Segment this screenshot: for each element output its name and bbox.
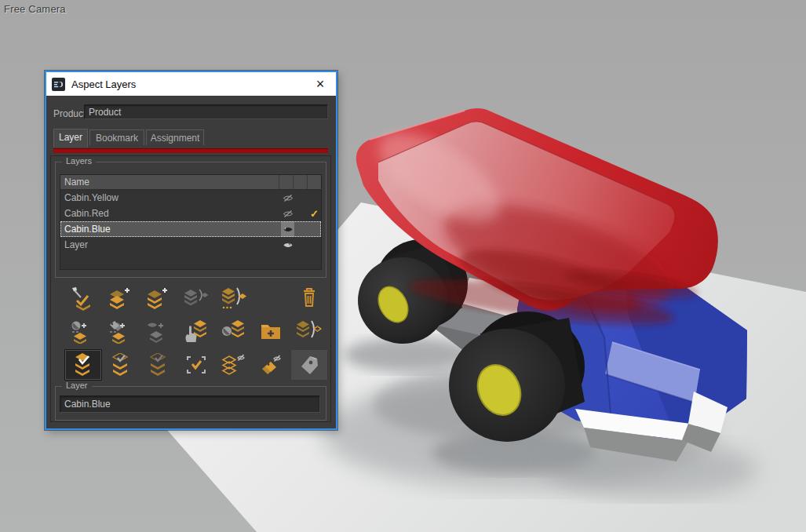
delete-layer-button[interactable] — [290, 283, 328, 315]
add-group-button[interactable] — [253, 316, 290, 348]
hide-unchecked-button[interactable] — [215, 349, 253, 381]
assign-selection-icon — [184, 320, 209, 344]
tab-layer[interactable]: Layer — [53, 129, 88, 148]
show-tags-button[interactable] — [290, 349, 328, 381]
close-icon[interactable]: × — [310, 77, 330, 91]
assign-material-to-layer-button[interactable] — [215, 316, 253, 348]
move-to-layer-disabled-button — [177, 283, 215, 315]
layers-toolbar — [64, 283, 328, 382]
layer-check-cell[interactable] — [308, 221, 321, 237]
tab-bookmark[interactable]: Bookmark — [89, 129, 144, 145]
aspect-layers-dialog: Aspect Layers × Product: Layer Bookmark … — [45, 71, 337, 430]
pick-layer-icon — [71, 287, 96, 311]
layer-groupbox: Layer — [55, 386, 326, 421]
layer-check-cell[interactable] — [308, 190, 321, 206]
visibility-toggle[interactable] — [281, 206, 294, 221]
layer-row-cabin-blue[interactable]: Cabin.Blue — [60, 221, 321, 237]
visibility-toggle[interactable] — [281, 190, 294, 206]
layer-check-cell[interactable]: ✓ — [308, 206, 321, 221]
eye-on-icon — [283, 225, 294, 234]
add-child-layer-button[interactable] — [140, 283, 177, 315]
product-input[interactable] — [84, 104, 328, 119]
move-to-new-layer-icon — [221, 287, 246, 311]
visibility-toggle[interactable] — [281, 221, 294, 237]
toolbar-spacer — [253, 283, 290, 315]
eye-off-icon — [283, 210, 294, 218]
tab-assignment[interactable]: Assignment — [146, 129, 204, 145]
visibility-column-header[interactable] — [279, 175, 294, 189]
camera-label: Free Camera — [4, 3, 66, 15]
add-material-layer-button[interactable] — [64, 316, 102, 348]
extract-to-new-layer-button[interactable] — [290, 316, 328, 348]
move-to-layer-disabled-icon — [184, 287, 209, 311]
toggle-checked-button[interactable] — [64, 349, 102, 381]
layers-group-label: Layers — [62, 156, 96, 166]
table-header[interactable]: Name — [60, 175, 321, 190]
add-visibility-layer-disabled-button — [140, 316, 177, 348]
add-child-layer-icon — [146, 287, 171, 311]
layer-tab-panel: Layers Name Cabin.Yellow — [50, 155, 331, 422]
layers-groupbox: Layers Name Cabin.Yellow — [55, 162, 326, 278]
name-column-header[interactable]: Name — [60, 175, 279, 189]
trash-icon — [297, 287, 322, 311]
layer-check-cell[interactable] — [308, 237, 321, 253]
uncheck-all-button[interactable] — [140, 349, 177, 381]
add-layer-icon — [108, 287, 133, 311]
check-all-button[interactable] — [102, 349, 140, 381]
select-checked-button[interactable] — [177, 349, 215, 381]
layer-row-layer[interactable]: Layer — [60, 237, 321, 253]
layer-row-cabin-red[interactable]: Cabin.Red ✓ — [60, 206, 321, 221]
check-all-icon — [108, 353, 133, 377]
assign-material-icon — [221, 320, 246, 344]
eye-off-icon — [283, 194, 294, 202]
pick-aspect-layer-button[interactable] — [64, 283, 102, 315]
layers-table: Name Cabin.Yellow — [60, 174, 322, 270]
add-tag-layer-icon — [108, 320, 133, 344]
layer-group-label: Layer — [62, 381, 92, 390]
eye-on-icon — [283, 241, 294, 250]
dialog-title: Aspect Layers — [71, 78, 136, 90]
hide-tagged-icon — [259, 353, 284, 377]
add-layer-button[interactable] — [102, 283, 140, 315]
tag-icon — [297, 353, 322, 377]
extract-layer-icon — [297, 320, 322, 344]
uncheck-all-icon — [146, 353, 171, 377]
tab-accent-bar — [53, 148, 328, 153]
visibility-toggle[interactable] — [281, 237, 294, 253]
hide-unchecked-icon — [221, 353, 246, 377]
add-tag-layer-button[interactable] — [102, 316, 140, 348]
aspect-layers-app-icon — [52, 78, 65, 91]
add-material-layer-icon — [71, 320, 96, 344]
active-check-icon: ✓ — [310, 209, 319, 219]
add-visibility-layer-disabled-icon — [146, 320, 171, 344]
hide-tagged-button[interactable] — [253, 349, 290, 381]
assign-selection-to-layer-button[interactable] — [177, 316, 215, 348]
folder-plus-icon — [259, 320, 284, 344]
dialog-titlebar[interactable]: Aspect Layers × — [46, 72, 336, 96]
move-to-new-layer-button[interactable] — [215, 283, 253, 315]
check-column-header[interactable] — [308, 175, 321, 189]
layer-name-input[interactable] — [60, 395, 320, 413]
select-checked-icon — [184, 353, 209, 377]
spare-column-header[interactable] — [294, 175, 308, 189]
toggle-checked-icon — [71, 353, 96, 377]
product-label: Product: — [53, 108, 89, 119]
layer-row-cabin-yellow[interactable]: Cabin.Yellow — [60, 190, 321, 206]
